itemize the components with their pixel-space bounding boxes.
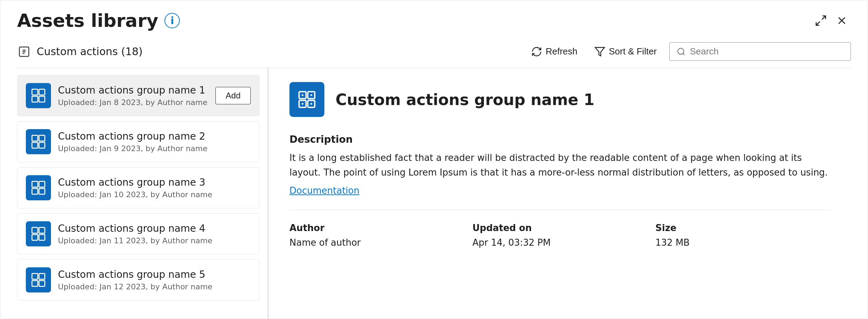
asset-detail: Custom actions group name 1 Description … — [269, 68, 851, 319]
svg-line-0 — [822, 16, 826, 20]
svg-rect-14 — [32, 142, 38, 148]
detail-meta-grid: Author Name of author Updated on Apr 14,… — [289, 223, 830, 248]
svg-rect-27 — [39, 281, 45, 287]
add-button[interactable]: Add — [215, 87, 251, 104]
svg-rect-24 — [32, 274, 38, 280]
asset-info: Custom actions group name 4 Uploaded: Ja… — [58, 223, 251, 245]
asset-name: Custom actions group name 3 — [58, 177, 251, 188]
size-value: 132 MB — [655, 237, 830, 248]
asset-icon — [26, 83, 51, 108]
svg-marker-5 — [595, 47, 604, 56]
description-text: It is a long established fact that a rea… — [289, 151, 830, 180]
documentation-link[interactable]: Documentation — [289, 185, 359, 196]
detail-title: Custom actions group name 1 — [336, 91, 594, 109]
asset-meta: Uploaded: Jan 12 2023, by Author name — [58, 282, 251, 291]
info-icon[interactable]: i — [164, 13, 180, 28]
updated-value: Apr 14, 03:32 PM — [472, 237, 647, 248]
asset-meta: Uploaded: Jan 8 2023, by Author name — [58, 98, 208, 107]
asset-info: Custom actions group name 2 Uploaded: Ja… — [58, 131, 251, 153]
svg-rect-15 — [39, 142, 45, 148]
toolbar: Custom actions (18) Refresh Sort & Filte… — [0, 38, 868, 68]
svg-rect-19 — [39, 188, 45, 194]
asset-info: Custom actions group name 3 Uploaded: Ja… — [58, 177, 251, 199]
list-item[interactable]: Custom actions group name 3 Uploaded: Ja… — [17, 167, 259, 208]
asset-name: Custom actions group name 5 — [58, 269, 251, 280]
detail-icon — [289, 82, 324, 117]
size-label: Size — [655, 223, 830, 233]
list-item[interactable]: Custom actions group name 2 Uploaded: Ja… — [17, 121, 259, 162]
asset-meta: Uploaded: Jan 11 2023, by Author name — [58, 236, 251, 245]
detail-header: Custom actions group name 1 — [289, 82, 830, 117]
meta-author: Author Name of author — [289, 223, 464, 248]
custom-actions-count: Custom actions (18) — [37, 45, 143, 58]
svg-line-1 — [816, 22, 820, 25]
author-label: Author — [289, 223, 464, 233]
main-content: Custom actions group name 1 Uploaded: Ja… — [17, 68, 851, 319]
asset-meta: Uploaded: Jan 9 2023, by Author name — [58, 144, 251, 153]
expand-button[interactable] — [812, 12, 830, 30]
panel-title: Assets library i — [17, 10, 180, 31]
asset-name: Custom actions group name 1 — [58, 84, 208, 96]
svg-rect-17 — [39, 181, 45, 187]
asset-icon — [26, 175, 51, 200]
svg-rect-12 — [32, 135, 38, 141]
svg-point-6 — [678, 48, 684, 54]
author-value: Name of author — [289, 237, 464, 248]
refresh-label: Refresh — [546, 46, 578, 57]
detail-divider — [289, 210, 830, 210]
svg-rect-8 — [32, 89, 38, 95]
description-heading: Description — [289, 134, 830, 145]
svg-rect-11 — [39, 96, 45, 102]
svg-line-7 — [683, 53, 685, 55]
list-item[interactable]: Custom actions group name 1 Uploaded: Ja… — [17, 75, 259, 116]
asset-name: Custom actions group name 4 — [58, 223, 251, 234]
svg-rect-13 — [39, 135, 45, 141]
panel-title-text: Assets library — [17, 10, 158, 31]
meta-updated: Updated on Apr 14, 03:32 PM — [472, 223, 647, 248]
svg-rect-9 — [39, 89, 45, 95]
search-box[interactable] — [669, 42, 851, 61]
meta-size: Size 132 MB — [655, 223, 830, 248]
list-item[interactable]: Custom actions group name 4 Uploaded: Ja… — [17, 213, 259, 254]
custom-actions-label: Custom actions (18) — [17, 45, 143, 59]
asset-info: Custom actions group name 1 Uploaded: Ja… — [58, 84, 208, 107]
panel-header: Assets library i — [0, 0, 868, 38]
svg-rect-10 — [32, 96, 38, 102]
svg-rect-18 — [32, 188, 38, 194]
assets-library-panel: Assets library i — [0, 0, 868, 319]
asset-info: Custom actions group name 5 Uploaded: Ja… — [58, 269, 251, 291]
panel-controls — [812, 12, 851, 30]
svg-rect-22 — [32, 235, 38, 240]
list-item[interactable]: Custom actions group name 5 Uploaded: Ja… — [17, 259, 259, 301]
svg-rect-26 — [32, 281, 38, 287]
svg-rect-16 — [32, 181, 38, 187]
asset-icon — [26, 129, 51, 154]
svg-rect-23 — [39, 235, 45, 240]
search-icon — [677, 47, 686, 57]
asset-icon — [26, 221, 51, 246]
sort-filter-button[interactable]: Sort & Filter — [590, 43, 661, 60]
search-input[interactable] — [690, 46, 844, 57]
asset-name: Custom actions group name 2 — [58, 131, 251, 142]
asset-meta: Uploaded: Jan 10 2023, by Author name — [58, 190, 251, 199]
close-button[interactable] — [833, 12, 851, 30]
svg-rect-20 — [32, 228, 38, 233]
asset-list: Custom actions group name 1 Uploaded: Ja… — [17, 68, 269, 319]
sort-filter-label: Sort & Filter — [609, 46, 657, 57]
asset-icon — [26, 267, 51, 292]
custom-actions-icon — [17, 45, 31, 59]
svg-rect-21 — [39, 228, 45, 233]
refresh-button[interactable]: Refresh — [527, 43, 582, 60]
toolbar-right: Refresh Sort & Filter — [527, 42, 851, 61]
svg-rect-25 — [39, 274, 45, 280]
updated-label: Updated on — [472, 223, 647, 233]
